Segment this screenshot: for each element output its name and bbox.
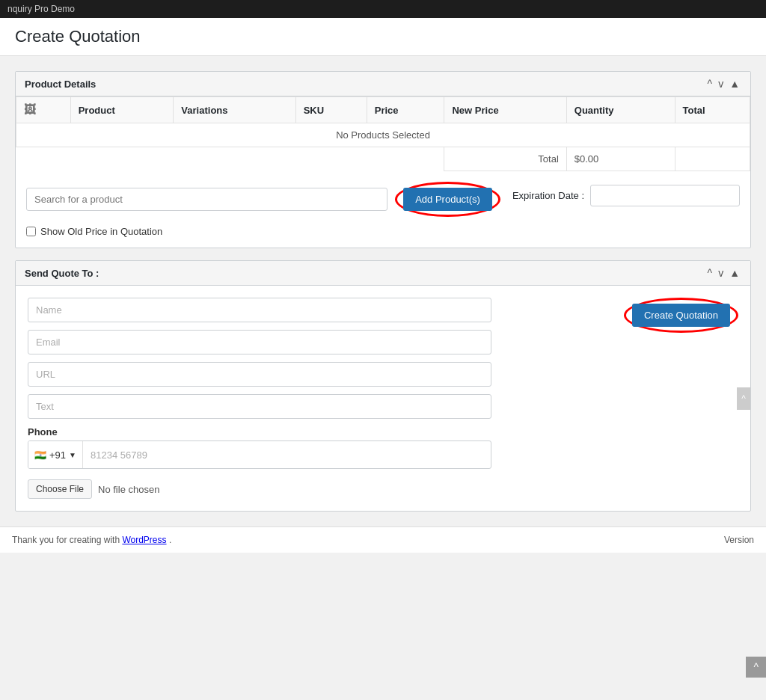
send-quote-body: Create Quotation ^ Phone 🇮🇳: [16, 286, 750, 511]
col-variations: Variations: [174, 97, 295, 123]
phone-dropdown-icon: ▼: [69, 451, 76, 459]
page-title: Create Quotation: [15, 27, 751, 46]
footer-thank-you: Thank you for creating with: [12, 535, 122, 545]
file-upload-row: Choose File No file chosen: [28, 479, 491, 499]
side-scroll-button[interactable]: ^: [737, 387, 750, 410]
phone-flag: 🇮🇳: [34, 449, 46, 461]
show-old-price-label: Show Old Price in Quotation: [40, 226, 162, 237]
panel-controls: ^ v ▲: [706, 78, 741, 90]
name-input[interactable]: [28, 298, 491, 322]
product-details-title: Product Details: [25, 79, 96, 90]
col-price: Price: [367, 97, 444, 123]
search-product-input[interactable]: [26, 188, 387, 211]
expand-icon[interactable]: ▲: [728, 78, 741, 90]
send-quote-panel: Send Quote To : ^ v ▲ Create Quotation ^: [15, 260, 751, 512]
total-empty: [16, 147, 444, 171]
expiry-section: Expiration Date :: [512, 185, 740, 206]
col-quantity: Quantity: [566, 97, 675, 123]
footer: Thank you for creating with WordPress . …: [0, 526, 766, 553]
expiry-label: Expiration Date :: [512, 190, 584, 201]
no-products-row: No Products Selected: [16, 123, 750, 147]
footer-wordpress-link[interactable]: WordPress: [122, 535, 166, 545]
expiry-date-input[interactable]: [590, 185, 740, 206]
product-details-header: Product Details ^ v ▲: [16, 72, 750, 96]
col-new-price: New Price: [444, 97, 566, 123]
no-file-text: No file chosen: [98, 484, 159, 495]
send-quote-controls: ^ v ▲: [706, 267, 741, 279]
search-add-row: Add Product(s): [26, 182, 500, 217]
create-quotation-wrap: Create Quotation: [624, 298, 738, 333]
send-expand-icon[interactable]: ▲: [728, 267, 741, 279]
url-input[interactable]: [28, 362, 491, 387]
create-quotation-circle: Create Quotation: [624, 298, 738, 333]
collapse-down-icon[interactable]: v: [717, 78, 725, 90]
no-products-text: No Products Selected: [16, 123, 750, 147]
create-quotation-button[interactable]: Create Quotation: [632, 304, 730, 327]
top-bar: nquiry Pro Demo: [0, 0, 766, 18]
choose-file-button[interactable]: Choose File: [28, 479, 92, 499]
col-product: Product: [70, 97, 174, 123]
col-image: 🖼: [16, 97, 71, 123]
search-add-section: Add Product(s) Show Old Price in Quotati…: [26, 182, 500, 237]
col-total: Total: [675, 97, 750, 123]
top-bar-title: nquiry Pro Demo: [7, 4, 75, 14]
email-input[interactable]: [28, 330, 491, 354]
product-details-body: Add Product(s) Show Old Price in Quotati…: [16, 171, 750, 248]
phone-label: Phone: [28, 426, 491, 438]
footer-period: .: [169, 535, 171, 545]
show-old-price-checkbox[interactable]: [26, 227, 36, 236]
show-old-price-row: Show Old Price in Quotation: [26, 226, 500, 237]
footer-version: Version ^: [724, 535, 754, 545]
footer-text: Thank you for creating with WordPress .: [12, 535, 171, 545]
phone-code: +91: [49, 449, 66, 461]
page-title-area: Create Quotation: [0, 18, 766, 56]
col-sku: SKU: [295, 97, 367, 123]
send-collapse-up-icon[interactable]: ^: [706, 267, 714, 279]
image-icon: 🖼: [24, 103, 36, 116]
total-spacer: [675, 147, 750, 171]
add-products-button[interactable]: Add Product(s): [403, 188, 492, 211]
send-quote-header: Send Quote To : ^ v ▲: [16, 261, 750, 286]
total-label: Total: [444, 147, 566, 171]
send-collapse-down-icon[interactable]: v: [717, 267, 725, 279]
total-row: Total $0.00: [16, 147, 750, 171]
total-value: $0.00: [566, 147, 675, 171]
phone-group: Phone 🇮🇳 +91 ▼: [28, 426, 491, 469]
phone-flag-select[interactable]: 🇮🇳 +91 ▼: [28, 441, 83, 468]
add-products-circle: Add Product(s): [395, 182, 500, 217]
product-table: 🖼 Product Variations SKU Price New Price…: [16, 96, 750, 171]
version-text: Version: [724, 535, 754, 545]
send-quote-title: Send Quote To :: [25, 268, 99, 279]
product-details-panel: Product Details ^ v ▲ 🖼 Product Variatio…: [15, 71, 751, 248]
text-input[interactable]: [28, 394, 491, 419]
collapse-up-icon[interactable]: ^: [706, 78, 714, 90]
phone-input[interactable]: [83, 443, 491, 467]
form-fields: Phone 🇮🇳 +91 ▼ Choose File No file chose…: [28, 298, 491, 499]
main-content: Product Details ^ v ▲ 🖼 Product Variatio…: [0, 56, 766, 526]
product-table-wrap: 🖼 Product Variations SKU Price New Price…: [16, 96, 750, 171]
phone-input-row: 🇮🇳 +91 ▼: [28, 440, 491, 469]
